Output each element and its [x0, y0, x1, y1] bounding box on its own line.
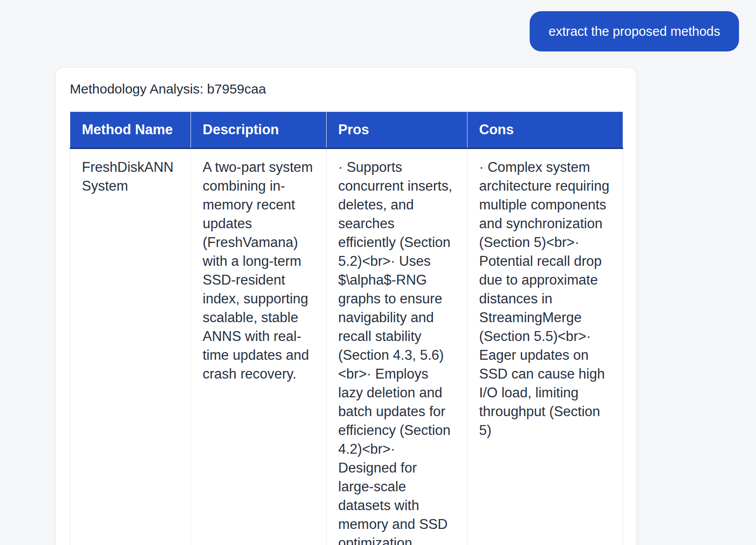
- cell-cons: · Complex system architecture requiring …: [467, 149, 623, 545]
- table-header-row: Method Name Description Pros Cons: [70, 112, 623, 149]
- column-header-method-name: Method Name: [70, 112, 191, 149]
- cell-method-name: FreshDiskANN System: [70, 149, 191, 545]
- column-header-description: Description: [191, 112, 327, 149]
- cell-description: A two-part system combining in-memory re…: [191, 149, 327, 545]
- methodology-table: Method Name Description Pros Cons FreshD…: [70, 111, 623, 545]
- card-title: Methodology Analysis: b7959caa: [70, 81, 622, 97]
- column-header-cons: Cons: [467, 112, 623, 149]
- user-message-text: extract the proposed methods: [548, 24, 720, 39]
- cell-pros: · Supports concurrent inserts, deletes, …: [327, 149, 467, 545]
- column-header-pros: Pros: [327, 112, 467, 149]
- user-message-bubble: extract the proposed methods: [530, 11, 739, 51]
- methodology-card: Methodology Analysis: b7959caa Method Na…: [55, 67, 637, 545]
- table-row: FreshDiskANN System A two-part system co…: [70, 149, 623, 545]
